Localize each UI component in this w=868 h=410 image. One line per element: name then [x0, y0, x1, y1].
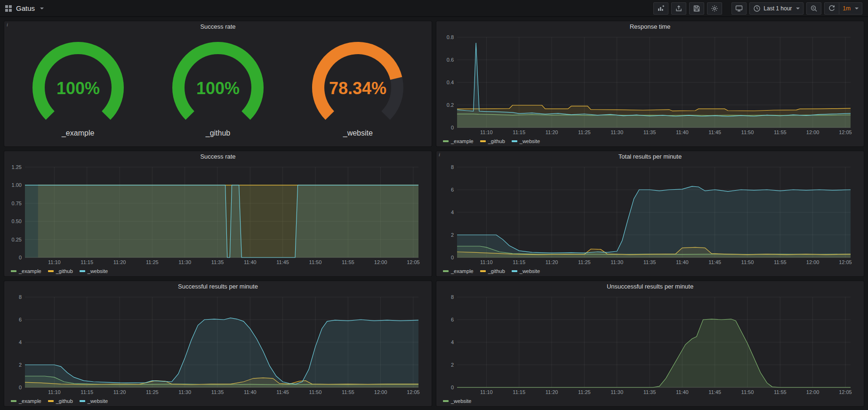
panel-body: 11:1011:1511:2011:2511:3011:3511:4011:45… [436, 292, 864, 406]
refresh-button[interactable] [824, 2, 839, 15]
unsuccessful-results-chart-canvas[interactable]: 11:1011:1511:2011:2511:3011:3511:4011:45… [440, 292, 860, 397]
svg-text:11:45: 11:45 [708, 129, 721, 135]
svg-text:0: 0 [451, 125, 454, 130]
cycle-view-button[interactable] [731, 2, 747, 15]
gear-icon [711, 5, 718, 12]
add-panel-button[interactable] [653, 2, 668, 15]
dashboard-title[interactable]: Gatus [16, 4, 35, 12]
panel-title[interactable]: Total results per minute [436, 151, 864, 162]
panel-title[interactable]: Success rate [4, 151, 432, 162]
svg-text:11:40: 11:40 [244, 259, 257, 265]
svg-text:11:50: 11:50 [309, 259, 322, 265]
svg-text:11:50: 11:50 [741, 389, 754, 395]
refresh-icon [828, 5, 836, 12]
svg-text:1.25: 1.25 [12, 164, 22, 170]
panel-title[interactable]: Response time [436, 21, 864, 32]
save-button[interactable] [689, 2, 704, 15]
legend-series-name: _github [488, 268, 505, 274]
legend-item-example[interactable]: _example [11, 398, 41, 404]
gauge-arc-svg: 100% [161, 40, 274, 129]
legend-item-website[interactable]: _website [443, 398, 471, 404]
settings-button[interactable] [707, 2, 722, 15]
legend-swatch [480, 270, 486, 272]
svg-text:0.6: 0.6 [447, 57, 454, 63]
panel-title[interactable]: Successful results per minute [4, 281, 432, 292]
legend-item-github[interactable]: _github [480, 268, 505, 274]
chevron-down-icon [855, 8, 859, 9]
svg-text:11:10: 11:10 [480, 259, 493, 265]
legend-series-name: _example [451, 268, 474, 274]
navbar-left: Gatus [5, 4, 44, 12]
legend-swatch [11, 400, 16, 402]
zoom-out-button[interactable] [806, 2, 821, 15]
legend-item-example[interactable]: _example [11, 268, 41, 274]
svg-text:11:10: 11:10 [480, 129, 493, 135]
legend-item-github[interactable]: _github [480, 138, 505, 144]
legend-swatch [80, 270, 85, 272]
svg-text:11:55: 11:55 [774, 259, 787, 265]
refresh-interval-button[interactable]: 1m [839, 2, 862, 15]
legend-item-website[interactable]: _website [512, 138, 540, 144]
panel-title[interactable]: Success rate [4, 21, 432, 32]
time-range-label: Last 1 hour [764, 5, 792, 12]
panel-unsuccessful-results: Unsuccessful results per minute 11:1011:… [436, 281, 864, 407]
legend-series-name: _github [488, 138, 505, 144]
svg-text:0.25: 0.25 [12, 237, 22, 242]
svg-text:11:20: 11:20 [546, 389, 558, 395]
svg-text:0.75: 0.75 [12, 201, 22, 206]
svg-text:11:50: 11:50 [741, 129, 754, 135]
svg-text:11:40: 11:40 [676, 129, 689, 135]
svg-text:11:35: 11:35 [643, 389, 656, 395]
gauge-github: 100%_github [161, 40, 274, 137]
svg-text:11:20: 11:20 [113, 259, 126, 265]
legend-item-github[interactable]: _github [48, 268, 73, 274]
share-button[interactable] [671, 2, 686, 15]
panel-body: 11:1011:1511:2011:2511:3011:3511:4011:45… [436, 162, 864, 276]
panel-info-icon[interactable]: i [439, 152, 440, 157]
svg-text:11:40: 11:40 [244, 389, 257, 395]
clock-icon [753, 5, 761, 12]
search-minus-icon [810, 5, 818, 12]
dashboard-grid-area: i Success rate 100%_example100%_github78… [0, 17, 868, 410]
svg-text:11:35: 11:35 [211, 389, 224, 395]
legend-item-example[interactable]: _example [443, 268, 474, 274]
success-rate-chart-canvas[interactable]: 11:1011:1511:2011:2511:3011:3511:4011:45… [8, 162, 428, 267]
chevron-down-icon[interactable] [40, 8, 44, 9]
panel-body: 11:1011:1511:2011:2511:3011:3511:4011:45… [4, 162, 432, 276]
svg-text:0.2: 0.2 [447, 102, 454, 108]
legend-item-github[interactable]: _github [48, 398, 73, 404]
svg-text:11:20: 11:20 [546, 129, 558, 135]
svg-text:0.50: 0.50 [12, 218, 22, 224]
panel-title[interactable]: Unsuccessful results per minute [436, 281, 864, 292]
legend-series-name: _website [520, 138, 540, 144]
legend-series-name: _github [56, 268, 73, 274]
legend-item-website[interactable]: _website [80, 268, 108, 274]
svg-text:11:55: 11:55 [342, 389, 354, 395]
navbar: Gatus [0, 0, 868, 17]
share-icon [675, 5, 683, 12]
svg-text:11:50: 11:50 [741, 259, 754, 265]
svg-text:11:40: 11:40 [676, 389, 689, 395]
response-time-chart-canvas[interactable]: 11:1011:1511:2011:2511:3011:3511:4011:45… [440, 32, 860, 137]
svg-text:11:30: 11:30 [178, 389, 191, 395]
svg-text:11:45: 11:45 [276, 389, 289, 395]
svg-text:11:50: 11:50 [309, 389, 322, 395]
chart-legend: _example_github_website [440, 267, 860, 275]
gauge-label: _example [62, 129, 94, 137]
legend-swatch [48, 400, 54, 402]
time-range-button[interactable]: Last 1 hour [749, 2, 804, 15]
legend-swatch [443, 270, 449, 272]
successful-results-chart-canvas[interactable]: 11:1011:1511:2011:2511:3011:3511:4011:45… [8, 292, 428, 397]
total-results-chart-canvas[interactable]: 11:1011:1511:2011:2511:3011:3511:4011:45… [440, 162, 860, 267]
svg-text:12:05: 12:05 [839, 389, 852, 395]
legend-item-website[interactable]: _website [512, 268, 540, 274]
legend-item-example[interactable]: _example [443, 138, 474, 144]
legend-swatch [512, 140, 517, 142]
svg-text:12:05: 12:05 [839, 259, 852, 265]
dashboard-grid-icon[interactable] [5, 5, 12, 12]
svg-text:11:10: 11:10 [48, 259, 61, 265]
svg-text:12:00: 12:00 [806, 259, 820, 265]
legend-item-website[interactable]: _website [80, 398, 108, 404]
panel-info-icon[interactable]: i [7, 22, 8, 27]
gauge-arc-svg: 100% [22, 40, 135, 129]
